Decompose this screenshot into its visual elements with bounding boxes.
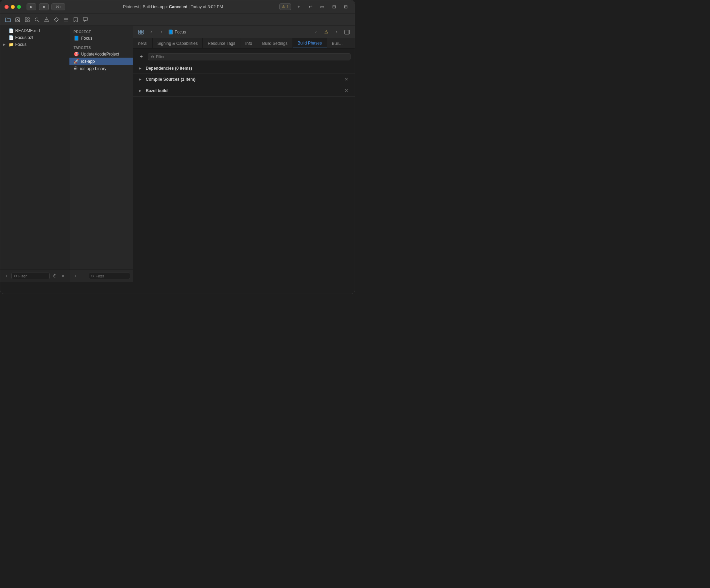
phases-filter-box[interactable]: ⊙ Filter (148, 53, 351, 60)
editor-area: ‹ › 📘 Focus ‹ ⚠ › neral Signing & Capabi… (133, 26, 355, 282)
project-name: Focus (81, 36, 93, 41)
tab-resource-tags[interactable]: Resource Tags (203, 38, 240, 48)
tab-signing[interactable]: Signing & Capabilities (153, 38, 203, 48)
target-item-update-xcode[interactable]: 🎯 UpdateXcodeProject (69, 50, 133, 58)
target-name: UpdateXcodeProject (81, 52, 119, 57)
warning-topbar-icon[interactable]: ⚠ (322, 29, 330, 36)
svg-rect-2 (28, 18, 29, 19)
x-square-icon[interactable] (13, 16, 22, 24)
layout-single-button[interactable]: ▭ (317, 3, 327, 10)
warning-icon: ⚠ (282, 4, 285, 9)
phase-label: Compile Sources (1 item) (146, 77, 195, 82)
phase-close-button[interactable]: ✕ (344, 77, 349, 82)
project-item-focus[interactable]: 📘 Focus (69, 35, 133, 42)
file-item-focus-bzl[interactable]: 📄 Focus.bzl (0, 34, 69, 41)
phase-toggle-icon: ▶ (139, 89, 143, 92)
diamond-icon[interactable] (52, 16, 60, 24)
filter-placeholder: Filter (156, 55, 164, 59)
target-item-ios-app-binary[interactable]: 🏛 ios-app-binary (69, 65, 133, 72)
svg-point-8 (46, 21, 47, 21)
phase-close-button[interactable]: ✕ (344, 88, 349, 94)
nav-forward-button[interactable]: › (157, 29, 166, 36)
svg-line-6 (38, 20, 39, 22)
scheme-selector[interactable]: ⌘ › (51, 3, 65, 10)
project-filter-box[interactable]: ⊙ Filter (89, 273, 130, 279)
breadcrumb-icon: 📘 (168, 29, 173, 35)
filter-label: Filter (18, 274, 27, 278)
project-nav-content: PROJECT 📘 Focus TARGETS 🎯 UpdateXcodePro… (69, 26, 133, 270)
main-layout: 📄 README.md 📄 Focus.bzl ▶ 📁 Focus + ⊙ Fi… (0, 26, 355, 282)
tab-general[interactable]: neral (133, 38, 153, 48)
folder-icon[interactable] (4, 16, 12, 24)
filter-icon: ⊙ (14, 274, 17, 278)
phases-toolbar: + ⊙ Filter (133, 51, 355, 63)
chat-icon[interactable] (81, 16, 89, 24)
nav-back-button[interactable]: ‹ (147, 29, 155, 36)
svg-rect-13 (141, 30, 143, 32)
tab-info[interactable]: Info (240, 38, 257, 48)
editor-topbar: ‹ › 📘 Focus ‹ ⚠ › (133, 26, 355, 38)
maximize-button[interactable] (17, 5, 21, 9)
phase-header-compile-sources[interactable]: ▶ Compile Sources (1 item) ✕ (133, 74, 355, 85)
project-section-header: PROJECT (69, 29, 133, 35)
expand-icon: ▶ (3, 43, 7, 46)
phase-row-compile-sources: ▶ Compile Sources (1 item) ✕ (133, 74, 355, 85)
add-phase-button[interactable]: + (137, 53, 145, 60)
file-item-focus-folder[interactable]: ▶ 📁 Focus (0, 41, 69, 48)
list-icon[interactable] (62, 16, 70, 24)
filter-label: Filter (96, 274, 104, 278)
phase-toggle-icon: ▶ (139, 67, 143, 70)
nav-prev-button[interactable]: ‹ (312, 29, 320, 36)
warning-count: 1 (287, 5, 289, 9)
grid-icon[interactable] (23, 16, 31, 24)
svg-rect-14 (138, 32, 141, 34)
svg-rect-12 (138, 30, 141, 32)
svg-rect-15 (141, 32, 143, 34)
add-target-button[interactable]: + (72, 273, 79, 280)
project-navigator: PROJECT 📘 Focus TARGETS 🎯 UpdateXcodePro… (69, 26, 133, 282)
remove-target-button[interactable]: − (80, 273, 87, 280)
inspector-button[interactable] (343, 29, 351, 36)
phase-header-dependencies[interactable]: ▶ Dependencies (0 items) (133, 63, 355, 74)
clock-button[interactable]: ⏱ (51, 273, 58, 280)
search-icon[interactable] (33, 16, 41, 24)
layout-split-button[interactable]: ⊟ (329, 3, 339, 10)
tabs-bar: neral Signing & Capabilities Resource Ta… (133, 38, 355, 49)
titlebar-right: + ↩ ▭ ⊟ ⊞ (294, 3, 351, 10)
breadcrumb: 📘 Focus (168, 29, 186, 35)
folder-icon: 📁 (9, 42, 14, 47)
svg-rect-3 (25, 20, 27, 22)
play-button[interactable]: ▶ (27, 3, 36, 10)
alert-icon[interactable] (42, 16, 51, 24)
file-name: README.md (15, 28, 40, 33)
phase-row-bazel-build: ▶ Bazel build ✕ (133, 85, 355, 97)
phase-header-bazel-build[interactable]: ▶ Bazel build ✕ (133, 85, 355, 96)
minimize-button[interactable] (11, 5, 15, 9)
target-name: ios-app-binary (80, 66, 106, 71)
add-button[interactable]: + (294, 3, 304, 10)
file-name: Focus.bzl (15, 35, 33, 40)
bookmark-icon[interactable] (71, 16, 80, 24)
file-nav-footer: + ⊙ Filter ⏱ ✕ (0, 270, 69, 282)
return-button[interactable]: ↩ (306, 3, 315, 10)
close-button[interactable] (4, 5, 9, 9)
tab-build-rules[interactable]: Buil… (327, 38, 348, 48)
nav-next-button[interactable]: › (333, 29, 341, 36)
file-icon: 📄 (9, 35, 14, 40)
tab-build-phases[interactable]: Build Phases (293, 38, 327, 48)
stop-button[interactable]: ■ (39, 3, 49, 10)
warning-badge[interactable]: ⚠ 1 (279, 3, 291, 10)
close-button[interactable]: ✕ (59, 273, 66, 280)
tab-build-settings[interactable]: Build Settings (257, 38, 292, 48)
add-file-button[interactable]: + (3, 273, 10, 280)
file-filter-box[interactable]: ⊙ Filter (11, 273, 50, 279)
file-name: Focus (15, 42, 27, 47)
build-phases-content: + ⊙ Filter ▶ Dependencies (0 items) ▶ Co… (133, 49, 355, 282)
project-icon: 📘 (74, 36, 79, 41)
svg-rect-16 (345, 30, 349, 34)
layout-panel-button[interactable]: ⊞ (341, 3, 351, 10)
phase-toggle-icon: ▶ (139, 78, 143, 81)
file-item-readme[interactable]: 📄 README.md (0, 27, 69, 34)
grid-view-button[interactable] (137, 29, 145, 36)
target-item-ios-app[interactable]: 🚀 ios-app (69, 58, 133, 65)
